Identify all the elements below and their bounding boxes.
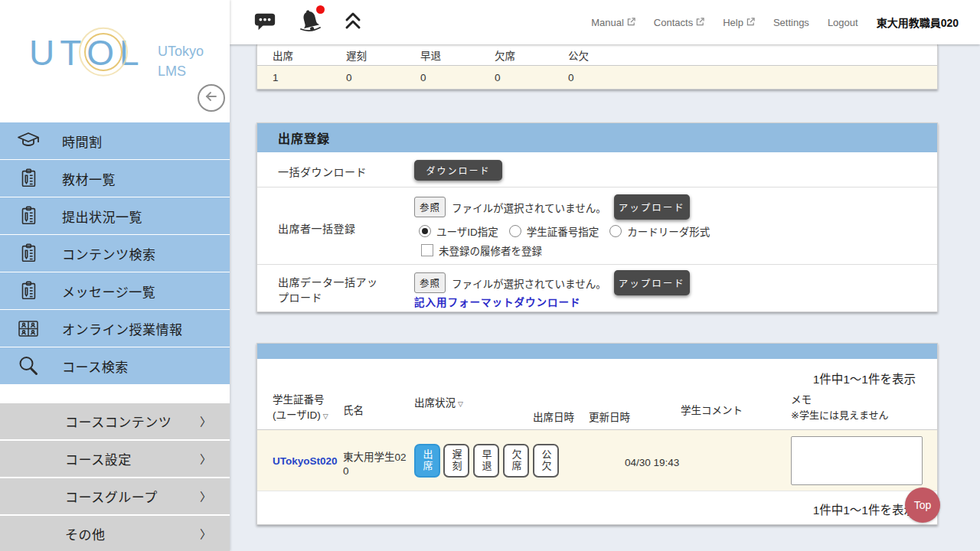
column-header-comment: 学生コメント bbox=[681, 403, 743, 419]
external-link-icon bbox=[627, 17, 635, 28]
status-button-absent[interactable]: 欠席 bbox=[503, 444, 529, 478]
sidebar-item-content-search[interactable]: コンテンツ検索 bbox=[0, 235, 230, 272]
summary-col-late: 遅刻 bbox=[346, 47, 367, 63]
current-user-name[interactable]: 東大用教職員020 bbox=[877, 15, 959, 30]
summary-present-count: 1 bbox=[273, 72, 279, 83]
bulk-download-label: 一括ダウンロード bbox=[278, 164, 367, 179]
status-button-late[interactable]: 遅刻 bbox=[443, 444, 469, 478]
sidebar-item-course-group[interactable]: コースグループ 〉 bbox=[0, 478, 230, 516]
table-footer: 1件中1〜1件を表示 bbox=[257, 491, 937, 524]
register-unenrolled-label: 未登録の履修者を登録 bbox=[439, 243, 542, 258]
attendance-registration-section: 出席登録 一括ダウンロード ダウンロード 出席者一括登録 参照 ファイルが選択さ… bbox=[256, 122, 938, 312]
column-header-attend-time: 出席日時 bbox=[533, 410, 574, 425]
clipboard-icon bbox=[15, 240, 41, 266]
sidebar-item-label: メッセージ一覧 bbox=[62, 282, 155, 301]
radio-user-id[interactable] bbox=[419, 225, 431, 237]
sidebar-item-course-settings[interactable]: コース設定 〉 bbox=[0, 441, 230, 478]
attendee-bulk-label: 出席者一括登録 bbox=[278, 220, 356, 236]
upload-button[interactable]: アップロード bbox=[614, 194, 690, 220]
sidebar-item-messages[interactable]: メッセージ一覧 bbox=[0, 272, 230, 310]
column-header-status: 出席状況▽ bbox=[414, 396, 463, 411]
radio-student-card-number-label: 学生証番号指定 bbox=[527, 223, 599, 239]
status-button-present[interactable]: 出席 bbox=[414, 444, 440, 478]
utol-logo-subtext: UTokyo LMS bbox=[158, 41, 204, 81]
section-title: 出席登録 bbox=[257, 123, 937, 152]
logout-link[interactable]: Logout bbox=[828, 17, 858, 28]
no-file-selected-text: ファイルが選択されていません。 bbox=[452, 276, 606, 291]
clipboard-icon bbox=[15, 165, 41, 191]
download-button[interactable]: ダウンロード bbox=[414, 160, 502, 181]
student-row: UTokyoSt020 東大用学生020 出席 遅刻 早退 欠席 公欠 04/3… bbox=[257, 429, 937, 491]
sidebar-item-label: コース検索 bbox=[62, 357, 129, 376]
summary-col-excused: 公欠 bbox=[568, 47, 589, 63]
sidebar-item-label: 提出状況一覧 bbox=[62, 207, 142, 226]
student-name: 東大用学生020 bbox=[343, 451, 409, 478]
sidebar-menu: 時間割 教材一覧 提出状況一覧 コンテンツ検索 メッセージ一覧 bbox=[0, 122, 230, 385]
search-icon bbox=[15, 353, 41, 379]
summary-header-row: 出席 遅刻 早退 欠席 公欠 bbox=[257, 44, 937, 66]
logo-sun-rings: O bbox=[87, 32, 119, 73]
video-grid-icon bbox=[15, 315, 41, 341]
format-download-link[interactable]: 記入用フォーマットダウンロード bbox=[414, 294, 581, 309]
sidebar-item-materials[interactable]: 教材一覧 bbox=[0, 160, 230, 197]
utol-logo[interactable]: UTOL UTokyo LMS bbox=[29, 32, 145, 73]
summary-col-present: 出席 bbox=[273, 47, 293, 63]
column-header-name: 氏名 bbox=[343, 403, 364, 419]
radio-student-card-number[interactable] bbox=[509, 225, 521, 237]
sidebar-item-others[interactable]: その他 〉 bbox=[0, 516, 230, 551]
contacts-link[interactable]: Contacts bbox=[654, 17, 704, 28]
status-button-excused[interactable]: 公欠 bbox=[533, 444, 559, 478]
settings-link[interactable]: Settings bbox=[773, 17, 809, 28]
sidebar-item-course-search[interactable]: コース検索 bbox=[0, 347, 230, 385]
sidebar-item-label: 時間割 bbox=[62, 132, 103, 151]
sidebar-item-course-contents[interactable]: コースコンテンツ 〉 bbox=[0, 403, 230, 441]
attendance-summary-table: 出席 遅刻 早退 欠席 公欠 1 0 0 0 0 bbox=[256, 44, 938, 90]
sort-icon[interactable]: ▽ bbox=[323, 412, 328, 420]
summary-early-leave-count: 0 bbox=[420, 72, 426, 83]
radio-user-id-label: ユーザID指定 bbox=[436, 223, 498, 239]
top-header-bar: Manual Contacts Help Settings Logout 東大用… bbox=[230, 0, 980, 44]
summary-absent-count: 0 bbox=[495, 72, 501, 83]
browse-file-button[interactable]: 参照 bbox=[414, 272, 446, 293]
scroll-to-top-button[interactable]: Top bbox=[905, 487, 940, 523]
chevron-right-icon: 〉 bbox=[200, 413, 211, 429]
manual-link[interactable]: Manual bbox=[591, 17, 635, 28]
sidebar-group-menu: コースコンテンツ 〉 コース設定 〉 コースグループ 〉 その他 〉 bbox=[0, 403, 230, 551]
sidebar-collapse-button[interactable] bbox=[198, 84, 225, 112]
sidebar-item-timetable[interactable]: 時間割 bbox=[0, 122, 230, 160]
student-id-link[interactable]: UTokyoSt020 bbox=[273, 455, 338, 467]
summary-late-count: 0 bbox=[346, 72, 352, 83]
sidebar-item-submissions[interactable]: 提出状況一覧 bbox=[0, 197, 230, 235]
sort-icon[interactable]: ▽ bbox=[458, 400, 463, 408]
browse-file-button[interactable]: 参照 bbox=[414, 197, 446, 217]
utol-logo-text: UTOL bbox=[29, 32, 145, 73]
summary-col-early-leave: 早退 bbox=[420, 47, 441, 63]
summary-excused-count: 0 bbox=[568, 72, 574, 83]
radio-card-reader-format[interactable] bbox=[609, 225, 622, 237]
attendance-data-upload-row: 出席データ一括アップロード 参照 ファイルが選択されていません。 アップロード … bbox=[257, 265, 937, 311]
sidebar: UTOL UTokyo LMS 時間割 教材一覧 提出状況一覧 bbox=[0, 0, 230, 551]
chevron-right-icon: 〉 bbox=[200, 488, 211, 504]
messages-button[interactable] bbox=[253, 9, 277, 35]
external-link-icon bbox=[746, 17, 755, 28]
attendee-bulk-register-row: 出席者一括登録 参照 ファイルが選択されていません。 アップロード ユーザID指… bbox=[257, 187, 937, 265]
chevron-right-icon: 〉 bbox=[200, 451, 211, 467]
collapse-header-button[interactable] bbox=[343, 11, 363, 34]
external-link-icon bbox=[696, 17, 704, 28]
status-button-early-leave[interactable]: 早退 bbox=[473, 444, 499, 478]
memo-textarea[interactable] bbox=[791, 436, 923, 485]
bulk-download-row: 一括ダウンロード ダウンロード bbox=[257, 152, 937, 187]
notifications-button[interactable] bbox=[297, 8, 323, 37]
update-time-value: 04/30 19:43 bbox=[625, 457, 679, 468]
sidebar-item-label: コンテンツ検索 bbox=[62, 244, 156, 263]
arrow-left-icon bbox=[204, 89, 219, 107]
upload-button[interactable]: アップロード bbox=[614, 270, 690, 295]
help-link[interactable]: Help bbox=[723, 17, 755, 28]
register-unenrolled-checkbox[interactable] bbox=[421, 244, 433, 256]
sidebar-item-online-class[interactable]: オンライン授業情報 bbox=[0, 310, 230, 347]
data-upload-label: 出席データ一括アップロード bbox=[278, 276, 379, 305]
chat-bubble-icon bbox=[253, 9, 277, 35]
student-attendance-table: 1件中1〜1件を表示 学生証番号 (ユーザID)▽ 氏名 出席状況▽ 出席日時 … bbox=[256, 343, 938, 525]
double-chevron-up-icon bbox=[343, 11, 363, 34]
no-file-selected-text: ファイルが選択されていません。 bbox=[452, 200, 606, 215]
